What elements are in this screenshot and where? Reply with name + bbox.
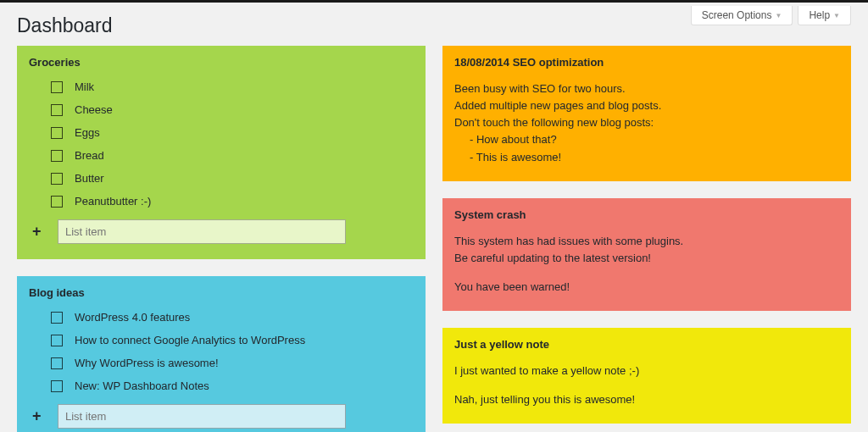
help-button[interactable]: Help ▼ — [798, 6, 851, 25]
checkbox-icon[interactable] — [51, 104, 63, 116]
add-item-row: + — [32, 219, 414, 244]
note-line: This system has had issues with some plu… — [454, 233, 839, 250]
plus-icon[interactable]: + — [32, 407, 49, 425]
note-line: I just wanted to make a yellow note ;-) — [454, 363, 839, 379]
list-item-label: Eggs — [75, 126, 100, 139]
checkbox-icon[interactable] — [51, 81, 63, 93]
note-body: This system has had issues with some plu… — [454, 233, 839, 296]
add-item-input[interactable] — [58, 219, 346, 244]
note-line: You have been warned! — [454, 279, 839, 296]
checkbox-icon[interactable] — [51, 127, 63, 139]
list-item-label: How to connect Google Analytics to WordP… — [75, 334, 305, 346]
list-item-label: Why WordPress is awesome! — [75, 357, 219, 369]
note-yellow: Just a yellow note I just wanted to make… — [442, 328, 851, 424]
list-item[interactable]: Butter — [51, 172, 414, 185]
note-subline: - This is awesome! — [454, 149, 839, 166]
screen-options-label: Screen Options — [702, 9, 772, 21]
chevron-down-icon: ▼ — [775, 12, 782, 19]
note-line: Nah, just telling you this is awesome! — [454, 391, 839, 408]
add-item-row: + — [32, 404, 414, 429]
note-line: Added multiple new pages and blog posts. — [454, 97, 839, 114]
list-item[interactable]: Cheese — [51, 103, 414, 116]
add-item-input[interactable] — [58, 404, 346, 429]
checkbox-icon[interactable] — [51, 380, 63, 392]
note-subline: - How about that? — [454, 131, 839, 148]
note-line: Be careful updating to the latest versio… — [454, 250, 839, 267]
dashboard-columns: Groceries Milk Cheese Eggs Bread Butter … — [0, 41, 868, 432]
checkbox-icon[interactable] — [51, 150, 63, 162]
column-left: Groceries Milk Cheese Eggs Bread Butter … — [17, 46, 426, 432]
checkbox-icon[interactable] — [51, 173, 63, 185]
list-item-label: Bread — [75, 149, 104, 162]
note-groceries: Groceries Milk Cheese Eggs Bread Butter … — [17, 46, 426, 259]
page-header: Dashboard Screen Options ▼ Help ▼ — [0, 3, 868, 41]
checkbox-icon[interactable] — [51, 357, 63, 369]
list-item-label: Milk — [75, 80, 94, 93]
note-title: Groceries — [29, 56, 414, 69]
note-seo: 18/08/2014 SEO optimization Been busy wi… — [442, 46, 851, 181]
list-item-label: New: WP Dashboard Notes — [75, 379, 209, 392]
note-line: Been busy with SEO for two hours. — [454, 80, 839, 97]
note-body: Been busy with SEO for two hours. Added … — [454, 80, 839, 166]
list-item-label: WordPress 4.0 features — [75, 311, 190, 324]
screen-options-button[interactable]: Screen Options ▼ — [691, 6, 793, 25]
list-item[interactable]: WordPress 4.0 features — [51, 311, 414, 324]
note-blog-ideas: Blog ideas WordPress 4.0 features How to… — [17, 276, 426, 432]
checkbox-icon[interactable] — [51, 312, 63, 324]
list-item[interactable]: Bread — [51, 149, 414, 162]
note-system-crash: System crash This system has had issues … — [442, 198, 851, 311]
note-title: 18/08/2014 SEO optimization — [454, 56, 839, 69]
note-title: Just a yellow note — [454, 338, 839, 351]
list-item-label: Cheese — [75, 103, 113, 116]
blog-ideas-list: WordPress 4.0 features How to connect Go… — [51, 311, 414, 392]
list-item[interactable]: Why WordPress is awesome! — [51, 357, 414, 369]
list-item-label: Butter — [75, 172, 104, 185]
checkbox-icon[interactable] — [51, 196, 63, 208]
list-item-label: Peanutbutter :-) — [75, 195, 151, 208]
list-item[interactable]: Peanutbutter :-) — [51, 195, 414, 208]
note-title: System crash — [454, 208, 839, 221]
list-item[interactable]: Milk — [51, 80, 414, 93]
checkbox-icon[interactable] — [51, 335, 63, 346]
note-title: Blog ideas — [29, 286, 414, 299]
list-item[interactable]: New: WP Dashboard Notes — [51, 379, 414, 392]
column-right: 18/08/2014 SEO optimization Been busy wi… — [442, 46, 851, 432]
plus-icon[interactable]: + — [32, 223, 49, 241]
page-title: Dashboard — [17, 9, 113, 37]
help-label: Help — [809, 9, 830, 21]
note-body: I just wanted to make a yellow note ;-) … — [454, 363, 839, 408]
list-item[interactable]: Eggs — [51, 126, 414, 139]
chevron-down-icon: ▼ — [833, 12, 840, 19]
note-line: Don't touch the following new blog posts… — [454, 114, 839, 131]
groceries-list: Milk Cheese Eggs Bread Butter Peanutbutt… — [51, 80, 414, 208]
list-item[interactable]: How to connect Google Analytics to WordP… — [51, 334, 414, 346]
screen-meta-tabs: Screen Options ▼ Help ▼ — [691, 6, 851, 25]
